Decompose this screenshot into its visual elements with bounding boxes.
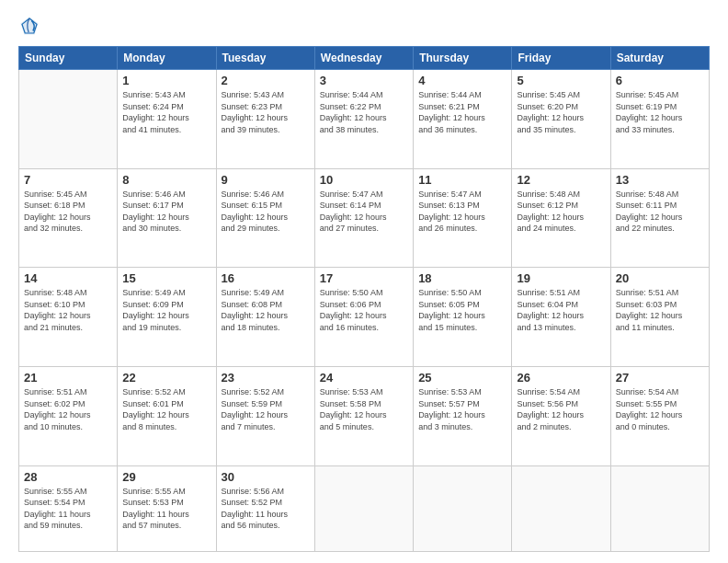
calendar-cell: 9Sunrise: 5:46 AM Sunset: 6:15 PM Daylig… [216, 168, 314, 268]
calendar-cell [19, 70, 118, 169]
day-number: 10 [320, 173, 408, 187]
calendar-week-row: 14Sunrise: 5:48 AM Sunset: 6:10 PM Dayli… [19, 268, 710, 367]
day-info: Sunrise: 5:50 AM Sunset: 6:06 PM Dayligh… [320, 287, 408, 333]
weekday-header: Thursday [414, 47, 512, 70]
day-info: Sunrise: 5:45 AM Sunset: 6:20 PM Dayligh… [517, 89, 605, 135]
day-info: Sunrise: 5:53 AM Sunset: 5:58 PM Dayligh… [320, 386, 408, 432]
day-info: Sunrise: 5:46 AM Sunset: 6:15 PM Dayligh… [222, 189, 310, 235]
day-number: 29 [122, 470, 210, 484]
day-info: Sunrise: 5:47 AM Sunset: 6:13 PM Dayligh… [418, 189, 506, 235]
day-number: 19 [517, 271, 605, 285]
day-number: 3 [320, 74, 408, 87]
day-info: Sunrise: 5:51 AM Sunset: 6:02 PM Dayligh… [24, 386, 112, 432]
day-info: Sunrise: 5:48 AM Sunset: 6:12 PM Dayligh… [517, 189, 605, 235]
day-info: Sunrise: 5:54 AM Sunset: 5:56 PM Dayligh… [517, 386, 605, 432]
calendar-cell: 22Sunrise: 5:52 AM Sunset: 6:01 PM Dayli… [118, 366, 216, 465]
header [18, 15, 710, 37]
calendar-cell: 28Sunrise: 5:55 AM Sunset: 5:54 PM Dayli… [19, 465, 118, 551]
calendar-cell [414, 465, 512, 551]
calendar-cell: 26Sunrise: 5:54 AM Sunset: 5:56 PM Dayli… [512, 366, 610, 465]
day-number: 2 [222, 74, 310, 87]
day-number: 30 [222, 470, 310, 484]
calendar-cell: 27Sunrise: 5:54 AM Sunset: 5:55 PM Dayli… [610, 366, 709, 465]
day-number: 12 [517, 173, 605, 187]
calendar-week-row: 7Sunrise: 5:45 AM Sunset: 6:18 PM Daylig… [19, 168, 710, 268]
day-info: Sunrise: 5:55 AM Sunset: 5:54 PM Dayligh… [24, 486, 112, 532]
weekday-header: Sunday [19, 47, 118, 70]
day-info: Sunrise: 5:51 AM Sunset: 6:04 PM Dayligh… [517, 287, 605, 333]
day-info: Sunrise: 5:44 AM Sunset: 6:22 PM Dayligh… [320, 89, 408, 135]
calendar-cell: 29Sunrise: 5:55 AM Sunset: 5:53 PM Dayli… [118, 465, 216, 551]
day-info: Sunrise: 5:53 AM Sunset: 5:57 PM Dayligh… [418, 386, 506, 432]
day-number: 22 [122, 371, 210, 385]
day-number: 14 [24, 271, 112, 285]
day-number: 23 [222, 371, 310, 385]
day-info: Sunrise: 5:54 AM Sunset: 5:55 PM Dayligh… [616, 386, 704, 432]
calendar-cell: 20Sunrise: 5:51 AM Sunset: 6:03 PM Dayli… [610, 268, 709, 367]
weekday-header: Saturday [610, 47, 709, 70]
calendar-cell: 15Sunrise: 5:49 AM Sunset: 6:09 PM Dayli… [118, 268, 216, 367]
calendar-cell: 21Sunrise: 5:51 AM Sunset: 6:02 PM Dayli… [19, 366, 118, 465]
day-number: 20 [616, 271, 704, 285]
calendar-week-row: 21Sunrise: 5:51 AM Sunset: 6:02 PM Dayli… [19, 366, 710, 465]
day-info: Sunrise: 5:48 AM Sunset: 6:11 PM Dayligh… [616, 189, 704, 235]
day-info: Sunrise: 5:55 AM Sunset: 5:53 PM Dayligh… [122, 486, 210, 532]
day-info: Sunrise: 5:46 AM Sunset: 6:17 PM Dayligh… [122, 189, 210, 235]
calendar-cell: 23Sunrise: 5:52 AM Sunset: 5:59 PM Dayli… [216, 366, 314, 465]
day-info: Sunrise: 5:56 AM Sunset: 5:52 PM Dayligh… [222, 486, 310, 532]
day-number: 17 [320, 271, 408, 285]
weekday-header: Tuesday [216, 47, 314, 70]
calendar-cell: 8Sunrise: 5:46 AM Sunset: 6:17 PM Daylig… [118, 168, 216, 268]
calendar-cell: 7Sunrise: 5:45 AM Sunset: 6:18 PM Daylig… [19, 168, 118, 268]
day-info: Sunrise: 5:43 AM Sunset: 6:24 PM Dayligh… [122, 89, 210, 135]
calendar-cell: 30Sunrise: 5:56 AM Sunset: 5:52 PM Dayli… [216, 465, 314, 551]
day-info: Sunrise: 5:52 AM Sunset: 5:59 PM Dayligh… [222, 386, 310, 432]
day-info: Sunrise: 5:47 AM Sunset: 6:14 PM Dayligh… [320, 189, 408, 235]
day-number: 9 [222, 173, 310, 187]
day-number: 6 [616, 74, 704, 87]
day-number: 27 [616, 371, 704, 385]
calendar-cell: 2Sunrise: 5:43 AM Sunset: 6:23 PM Daylig… [216, 70, 314, 169]
logo-icon [18, 15, 40, 37]
calendar-cell: 13Sunrise: 5:48 AM Sunset: 6:11 PM Dayli… [610, 168, 709, 268]
calendar-cell: 25Sunrise: 5:53 AM Sunset: 5:57 PM Dayli… [414, 366, 512, 465]
day-number: 28 [24, 470, 112, 484]
calendar-cell: 12Sunrise: 5:48 AM Sunset: 6:12 PM Dayli… [512, 168, 610, 268]
day-number: 11 [418, 173, 506, 187]
day-number: 26 [517, 371, 605, 385]
calendar-cell: 3Sunrise: 5:44 AM Sunset: 6:22 PM Daylig… [314, 70, 413, 169]
weekday-header: Wednesday [314, 47, 413, 70]
calendar-cell: 4Sunrise: 5:44 AM Sunset: 6:21 PM Daylig… [414, 70, 512, 169]
day-number: 25 [418, 371, 506, 385]
calendar-cell: 11Sunrise: 5:47 AM Sunset: 6:13 PM Dayli… [414, 168, 512, 268]
calendar-week-row: 1Sunrise: 5:43 AM Sunset: 6:24 PM Daylig… [19, 70, 710, 169]
day-info: Sunrise: 5:49 AM Sunset: 6:08 PM Dayligh… [222, 287, 310, 333]
day-number: 24 [320, 371, 408, 385]
day-number: 1 [122, 74, 210, 87]
calendar-cell: 16Sunrise: 5:49 AM Sunset: 6:08 PM Dayli… [216, 268, 314, 367]
logo [18, 15, 44, 37]
day-number: 16 [222, 271, 310, 285]
day-info: Sunrise: 5:49 AM Sunset: 6:09 PM Dayligh… [122, 287, 210, 333]
day-number: 4 [418, 74, 506, 87]
day-info: Sunrise: 5:45 AM Sunset: 6:18 PM Dayligh… [24, 189, 112, 235]
calendar-cell: 18Sunrise: 5:50 AM Sunset: 6:05 PM Dayli… [414, 268, 512, 367]
calendar-cell [610, 465, 709, 551]
calendar-week-row: 28Sunrise: 5:55 AM Sunset: 5:54 PM Dayli… [19, 465, 710, 551]
day-info: Sunrise: 5:48 AM Sunset: 6:10 PM Dayligh… [24, 287, 112, 333]
weekday-header-row: SundayMondayTuesdayWednesdayThursdayFrid… [19, 47, 710, 70]
day-info: Sunrise: 5:51 AM Sunset: 6:03 PM Dayligh… [616, 287, 704, 333]
day-number: 7 [24, 173, 112, 187]
day-number: 8 [122, 173, 210, 187]
calendar-cell: 19Sunrise: 5:51 AM Sunset: 6:04 PM Dayli… [512, 268, 610, 367]
calendar-cell: 14Sunrise: 5:48 AM Sunset: 6:10 PM Dayli… [19, 268, 118, 367]
calendar-cell [314, 465, 413, 551]
calendar-cell: 6Sunrise: 5:45 AM Sunset: 6:19 PM Daylig… [610, 70, 709, 169]
day-info: Sunrise: 5:44 AM Sunset: 6:21 PM Dayligh… [418, 89, 506, 135]
calendar-cell: 10Sunrise: 5:47 AM Sunset: 6:14 PM Dayli… [314, 168, 413, 268]
weekday-header: Friday [512, 47, 610, 70]
calendar-cell: 24Sunrise: 5:53 AM Sunset: 5:58 PM Dayli… [314, 366, 413, 465]
day-info: Sunrise: 5:43 AM Sunset: 6:23 PM Dayligh… [222, 89, 310, 135]
day-number: 13 [616, 173, 704, 187]
day-number: 21 [24, 371, 112, 385]
